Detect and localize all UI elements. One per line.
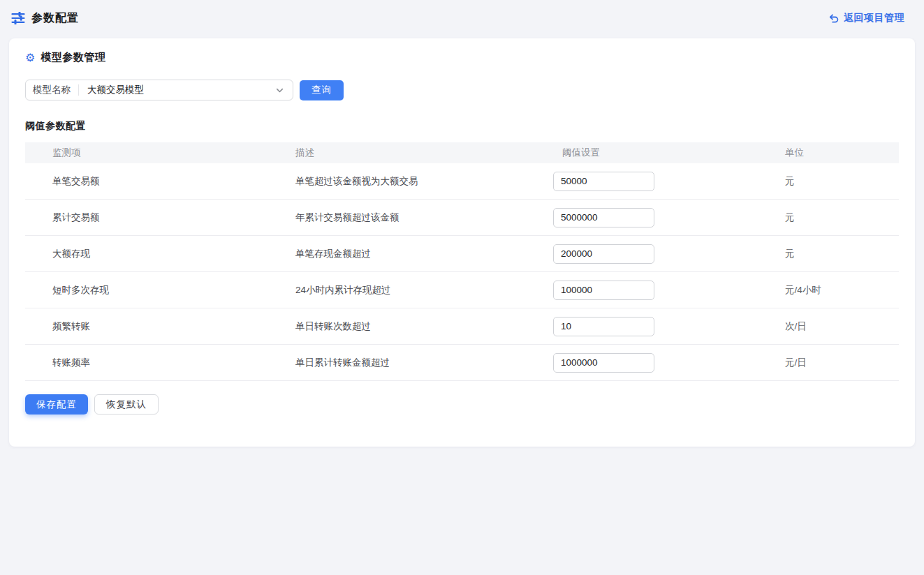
table-row: 短时多次存现 24小时内累计存现超过 元/4小时: [25, 272, 899, 308]
threshold-cell: [535, 353, 758, 373]
description-cell: 单笔超过该金额视为大额交易: [268, 175, 535, 188]
threshold-input[interactable]: [553, 172, 654, 191]
monitor-item-cell: 频繁转账: [25, 320, 268, 333]
table-row: 单笔交易额 单笔超过该金额视为大额交易 元: [25, 163, 899, 200]
restore-default-button[interactable]: 恢复默认: [94, 394, 159, 415]
threshold-section-title: 阈值参数配置: [25, 120, 899, 133]
description-cell: 24小时内累计存现超过: [268, 284, 535, 297]
description-cell: 单日转账次数超过: [268, 320, 535, 333]
table-row: 大额存现 单笔存现金额超过 元: [25, 236, 899, 272]
threshold-input[interactable]: [553, 317, 654, 336]
threshold-table: 监测项 描述 阈值设置 单位 单笔交易额 单笔超过该金额视为大额交易 元 累计交…: [25, 142, 899, 381]
column-header-threshold: 阈值设置: [535, 147, 758, 159]
unit-cell: 元: [758, 211, 899, 224]
unit-cell: 元/4小时: [758, 284, 899, 297]
monitor-item-cell: 短时多次存现: [25, 284, 268, 297]
monitor-item-cell: 单笔交易额: [25, 175, 268, 188]
unit-cell: 元/日: [758, 357, 899, 369]
threshold-input[interactable]: [553, 281, 654, 300]
column-header-monitor-item: 监测项: [25, 147, 268, 159]
threshold-input[interactable]: [553, 353, 654, 373]
monitor-item-cell: 大额存现: [25, 248, 268, 260]
unit-cell: 次/日: [758, 320, 899, 333]
table-row: 频繁转账 单日转账次数超过 次/日: [25, 308, 899, 345]
gear-icon: ⚙: [25, 52, 35, 64]
chevron-down-icon: [275, 86, 284, 95]
model-name-select[interactable]: 模型名称 大额交易模型: [25, 80, 293, 100]
threshold-cell: [535, 281, 758, 300]
threshold-cell: [535, 317, 758, 336]
table-header-row: 监测项 描述 阈值设置 单位: [25, 142, 899, 163]
save-config-button[interactable]: 保存配置: [25, 394, 88, 415]
description-cell: 单笔存现金额超过: [268, 248, 535, 260]
description-cell: 年累计交易额超过该金额: [268, 211, 535, 224]
threshold-input[interactable]: [553, 208, 654, 227]
monitor-item-cell: 转账频率: [25, 357, 268, 369]
column-header-description: 描述: [268, 147, 535, 159]
table-row: 转账频率 单日累计转账金额超过 元/日: [25, 345, 899, 381]
undo-icon: [828, 13, 839, 24]
description-cell: 单日累计转账金额超过: [268, 357, 535, 369]
table-row: 累计交易额 年累计交易额超过该金额 元: [25, 200, 899, 236]
model-select-label: 模型名称: [33, 84, 78, 96]
threshold-cell: [535, 172, 758, 191]
sliders-icon: [11, 12, 25, 24]
threshold-cell: [535, 208, 758, 227]
unit-cell: 元: [758, 175, 899, 188]
threshold-input[interactable]: [553, 244, 654, 264]
threshold-cell: [535, 244, 758, 264]
monitor-item-cell: 累计交易额: [25, 211, 268, 224]
topbar: 参数配置 返回项目管理: [0, 0, 924, 36]
back-link-label: 返回项目管理: [844, 12, 904, 24]
back-to-project-link[interactable]: 返回项目管理: [828, 12, 904, 24]
column-header-unit: 单位: [758, 147, 899, 159]
query-button[interactable]: 查询: [300, 80, 344, 100]
panel-title: 模型参数管理: [41, 51, 105, 64]
table-body: 单笔交易额 单笔超过该金额视为大额交易 元 累计交易额 年累计交易额超过该金额 …: [25, 163, 899, 381]
page-title: 参数配置: [31, 11, 79, 26]
unit-cell: 元: [758, 248, 899, 260]
model-parameter-card: ⚙ 模型参数管理 模型名称 大额交易模型 查询 阈值参数配置 监测项 描述 阈值…: [9, 38, 915, 447]
model-select-value: 大额交易模型: [79, 84, 275, 96]
